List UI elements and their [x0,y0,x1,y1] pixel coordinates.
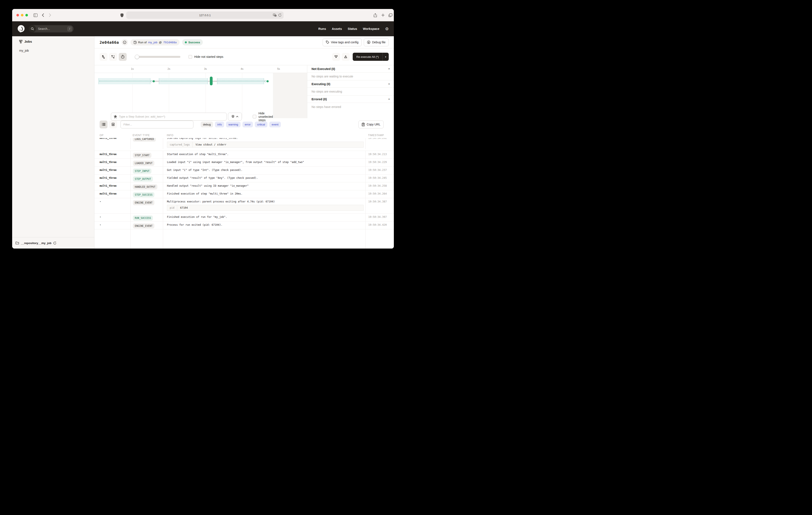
log-timestamp-cell: 19:50:34.202 [366,138,394,149]
log-row-8[interactable]: -RUN_SUCCESSFinished execution of run fo… [94,214,394,221]
url-text: 127.0.0.1 [199,13,211,17]
log-row-6[interactable]: multi_threeSTEP_SUCCESSFinished executio… [94,190,394,198]
job-link[interactable]: my_job [148,41,157,44]
log-row-7[interactable]: -ENGINE_EVENTMultiprocess executor: pare… [94,198,394,214]
gantt-marker-open[interactable] [150,80,152,82]
log-info-text: Handled output "result" using IO manager… [167,184,366,187]
copy-url-button[interactable]: Copy URL [358,120,384,129]
gantt-span-multi-three[interactable] [217,78,264,84]
address-bar[interactable]: 127.0.0.1 Ax [126,11,284,19]
log-row-9[interactable]: -ENGINE_EVENTProcess for run exited (pid… [94,221,394,229]
log-list-view-button[interactable] [99,120,108,129]
gantt-step-bar[interactable] [210,77,212,85]
log-level-chip-error[interactable]: error [242,121,253,127]
sidebar-toggle-icon[interactable] [33,9,37,21]
log-row-4[interactable]: multi_threeSTEP_OUTPUTYielded output "re… [94,174,394,182]
col-header-timestamp: TIMESTAMP [366,134,394,137]
panel-section-header-1[interactable]: Executing (0)▾ [307,80,394,88]
new-tab-icon[interactable] [381,9,385,21]
snapshot-link[interactable]: f92d468a [163,41,177,44]
translate-icon[interactable]: Ax [273,13,277,17]
run-info-button[interactable] [121,39,128,46]
log-row-0[interactable]: multi_threeLOGS_CAPTUREDStarted capturin… [94,138,394,151]
log-event-type-cell: LOGS_CAPTURED [130,138,163,149]
gantt-marker-dot-end[interactable] [266,80,269,82]
reload-icon[interactable] [278,13,282,17]
gantt-marker-open-end[interactable] [264,80,266,82]
log-level-chip-debug[interactable]: debug [201,121,213,127]
view-timing-button[interactable] [119,53,127,61]
log-info-text: Got input "i" of type "Int". (Type check… [167,168,366,171]
log-level-chip-critical[interactable]: critical [255,121,267,127]
panel-section-header-0[interactable]: Not Executed (0)▾ [307,65,394,73]
chevron-down-icon: ▾ [388,67,389,70]
log-event-type-cell: HANDLED_OUTPUT [130,182,163,190]
col-header-info: INFO [163,134,366,137]
sidebar-item-my-job[interactable]: my_job [19,49,29,52]
metadata-value[interactable]: View stdout / stderr [193,142,229,147]
zoom-slider[interactable] [135,55,180,59]
zoom-slider-thumb[interactable] [135,55,139,59]
repository-name: __repository__my_job [21,242,51,245]
log-op-cell: multi_three [94,151,130,159]
gantt-span-add-one[interactable] [98,78,150,84]
log-level-chip-warning[interactable]: warning [226,121,240,127]
tabs-overview-icon[interactable] [388,9,393,21]
axis-tick-2s: 2s [167,67,170,71]
log-row-3[interactable]: multi_threeSTEP_INPUTGot input "i" of ty… [94,167,394,174]
log-op-cell: multi_three [94,159,130,166]
forward-icon[interactable] [49,9,51,21]
settings-gear-icon[interactable]: ⚙ [385,27,389,31]
collapse-all-button[interactable] [332,53,340,61]
hide-unselected-checkbox[interactable] [253,115,256,118]
nav-item-runs[interactable]: Runs [318,27,326,30]
debug-file-button[interactable]: Debug file [364,38,389,46]
reexecute-dropdown-button[interactable]: ▾ [382,53,389,61]
panel-section-empty-1: No steps are executing [307,88,394,96]
view-tags-config-button[interactable]: View tags and config [323,38,361,46]
nav-item-assets[interactable]: Assets [332,27,342,30]
log-op-cell: multi_three [94,182,130,190]
hide-not-started-checkbox[interactable] [188,55,192,59]
panel-section-header-2[interactable]: Errored (0)▾ [307,96,394,103]
dagster-logo[interactable] [17,25,25,33]
view-flat-button[interactable] [99,53,108,61]
chevron-down-icon: ▾ [388,83,389,85]
expand-all-button[interactable] [342,53,350,61]
log-filter-input[interactable]: Filter... [120,120,194,129]
share-icon[interactable] [374,9,377,21]
minimize-window-button[interactable] [21,14,24,17]
log-metadata-box: captured_logsView stdout / stderr [167,142,364,147]
log-timestamp-cell: 19:50:34.213 [366,151,394,159]
view-waterfall-button[interactable] [109,53,117,61]
log-timestamp-cell: 19:50:34.264 [366,190,394,198]
close-window-button[interactable] [17,14,19,17]
back-icon[interactable] [42,9,44,21]
reexecute-all-button[interactable]: Re-execute All (*) [353,53,382,61]
log-level-chip-event[interactable]: event [269,121,281,127]
axis-tick-1s: 1s [131,67,134,71]
axis-tick-3s: 3s [204,67,207,71]
nav-item-workspace[interactable]: Workspace [363,27,379,30]
zoom-window-button[interactable] [25,14,28,17]
gantt-marker-dot[interactable] [153,80,155,82]
log-row-1[interactable]: multi_threeSTEP_STARTStarted execution o… [94,151,394,159]
hide-not-started-checkbox-row[interactable]: Hide not started steps [188,55,223,59]
log-row-2[interactable]: multi_threeLOADED_INPUTLoaded input "i" … [94,159,394,167]
log-level-chip-info[interactable]: info [215,121,224,127]
run-header: 2e04a66a Run of my_job @ f92d468a Succes… [94,36,394,48]
global-search[interactable]: Search... / [29,25,74,32]
log-timestamp-cell: 19:50:34.420 [366,221,394,229]
zoom-slider-track[interactable] [135,56,180,58]
gantt-span-add-two[interactable] [159,78,208,84]
nav-item-status[interactable]: Status [348,27,357,30]
log-structured-view-button[interactable] [109,120,117,129]
status-badge: Success [182,39,203,46]
shield-icon[interactable] [120,9,123,21]
metadata-value[interactable]: 67104 [177,205,191,211]
event-type-chip: RUN_SUCCESS [133,215,153,221]
log-row-5[interactable]: multi_threeHANDLED_OUTPUTHandled output … [94,182,394,190]
log-info-cell: Started execution of step "multi_three". [163,151,366,159]
reload-repository-icon[interactable] [53,242,56,245]
at-symbol: @ [159,41,162,44]
